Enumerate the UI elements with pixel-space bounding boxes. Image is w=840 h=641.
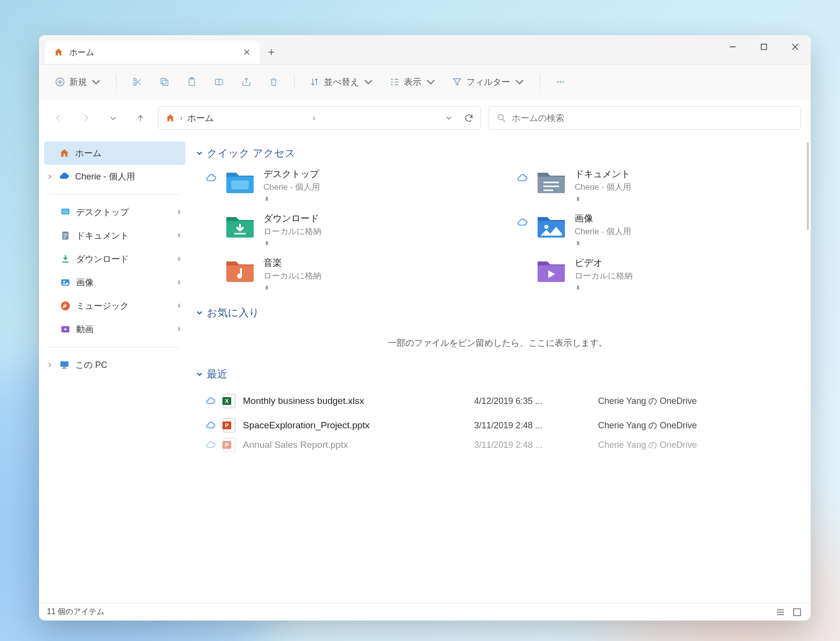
pin-icon (575, 240, 581, 247)
search-bar[interactable] (489, 106, 801, 130)
svg-rect-22 (62, 368, 66, 368)
sidebar-item-documents[interactable]: ドキュメント (39, 224, 190, 247)
svg-rect-15 (62, 232, 69, 240)
navigation-bar: › ホーム › (39, 100, 811, 137)
recent-locations-button[interactable] (103, 108, 123, 128)
up-button[interactable] (131, 108, 150, 128)
rename-button[interactable] (207, 70, 231, 94)
sidebar-item-downloads[interactable]: ダウンロード (39, 247, 190, 271)
svg-point-3 (134, 78, 137, 81)
pin-icon (176, 256, 182, 262)
pin-icon (176, 279, 182, 286)
pin-icon (263, 284, 270, 291)
sort-button[interactable]: 並べ替え (303, 72, 380, 92)
recent-file[interactable]: X Monthly business budget.xlsx 4/12/2019… (196, 389, 799, 413)
icons-view-button[interactable] (791, 606, 803, 618)
svg-point-12 (498, 115, 503, 120)
download-icon (60, 254, 71, 264)
section-quick-access[interactable]: クイック アクセス (196, 146, 799, 160)
close-window-button[interactable] (780, 35, 811, 59)
pin-icon (176, 326, 182, 333)
tab-home[interactable]: ホーム (45, 40, 260, 64)
home-icon (165, 113, 175, 123)
more-button[interactable] (549, 70, 572, 94)
sidebar-item-pictures[interactable]: 画像 (39, 271, 190, 294)
document-icon (60, 230, 71, 241)
sidebar-item-thispc[interactable]: この PC (39, 353, 190, 377)
recent-file[interactable]: P Annual Sales Report.pptx 3/11/2019 2:4… (196, 438, 799, 452)
file-explorer-window: ホーム 新規 並べ替え (39, 35, 811, 621)
clipboard-icon (186, 77, 197, 87)
address-bar[interactable]: › ホーム › (158, 106, 481, 130)
svg-point-11 (562, 81, 564, 82)
minimize-button[interactable] (717, 35, 748, 59)
view-button[interactable]: 表示 (383, 72, 442, 92)
chevron-right-icon (47, 362, 53, 368)
details-view-button[interactable] (775, 606, 786, 618)
section-recent[interactable]: 最近 (196, 367, 799, 381)
copy-button[interactable] (153, 70, 176, 94)
qa-documents[interactable]: ドキュメント Cherie - 個人用 (517, 168, 799, 202)
svg-point-17 (63, 280, 65, 282)
pin-icon (575, 196, 581, 202)
cloud-icon (517, 173, 528, 183)
rename-icon (214, 77, 224, 87)
sort-icon (309, 77, 320, 87)
pin-icon (263, 240, 270, 247)
section-favorites[interactable]: お気に入り (196, 306, 799, 320)
qa-music[interactable]: 音楽 ローカルに格納 (206, 257, 488, 291)
item-count: 11 個のアイテム (47, 607, 104, 617)
folder-videos-icon (536, 257, 567, 283)
svg-text:P: P (225, 442, 228, 448)
pin-icon (176, 302, 182, 309)
monitor-icon (59, 360, 70, 370)
svg-rect-21 (63, 367, 66, 368)
sidebar-item-music[interactable]: ミュージック (39, 294, 190, 318)
paste-button[interactable] (180, 70, 203, 94)
maximize-button[interactable] (748, 35, 780, 59)
svg-point-28 (544, 225, 548, 229)
svg-rect-24 (231, 180, 249, 189)
sidebar-item-videos[interactable]: 動画 (39, 318, 190, 341)
filter-button[interactable]: フィルター (446, 72, 531, 92)
back-button[interactable] (49, 108, 68, 128)
cloud-icon (206, 173, 217, 183)
search-input[interactable] (512, 113, 793, 123)
share-button[interactable] (235, 70, 258, 94)
qa-pictures[interactable]: 画像 Cherie - 個人用 (517, 212, 799, 247)
chevron-down-icon (196, 309, 203, 316)
close-icon[interactable] (243, 48, 251, 56)
sidebar-item-desktop[interactable]: デスクトップ (39, 200, 190, 224)
sidebar-item-home[interactable]: ホーム (44, 141, 185, 165)
svg-text:X: X (225, 398, 229, 404)
folder-pictures-icon (536, 212, 567, 239)
new-tab-button[interactable] (260, 40, 283, 64)
qa-downloads[interactable]: ダウンロード ローカルに格納 (206, 212, 488, 247)
qa-videos[interactable]: ビデオ ローカルに格納 (517, 257, 799, 291)
favorites-empty-message: 一部のファイルをピン留めしたら、ここに表示します。 (196, 327, 799, 363)
svg-rect-20 (60, 361, 69, 367)
chevron-down-icon[interactable] (445, 115, 452, 121)
new-button[interactable]: 新規 (49, 72, 107, 92)
sidebar-item-onedrive[interactable]: Cherie - 個人用 (39, 165, 190, 188)
forward-button[interactable] (76, 108, 96, 128)
cloud-icon (206, 396, 216, 406)
folder-desktop-icon (224, 168, 256, 194)
refresh-icon[interactable] (464, 113, 474, 123)
qa-desktop[interactable]: デスクトップ Cherie - 個人用 (206, 168, 488, 202)
breadcrumb-sep: › (180, 114, 182, 122)
svg-rect-4 (162, 80, 168, 85)
pin-icon (263, 196, 270, 202)
delete-button[interactable] (262, 70, 285, 94)
cloud-icon (206, 440, 216, 450)
scrollbar[interactable] (807, 142, 809, 230)
share-icon (241, 77, 252, 87)
breadcrumb[interactable]: ホーム (187, 112, 308, 124)
breadcrumb-sep: › (313, 114, 315, 122)
ellipsis-icon (555, 77, 566, 87)
recent-file[interactable]: P SpaceExploration_Project.pptx 3/11/201… (196, 413, 799, 438)
folder-music-icon (224, 257, 256, 283)
pin-icon (575, 284, 581, 291)
cut-button[interactable] (125, 70, 149, 94)
chevron-down-icon (363, 77, 374, 87)
